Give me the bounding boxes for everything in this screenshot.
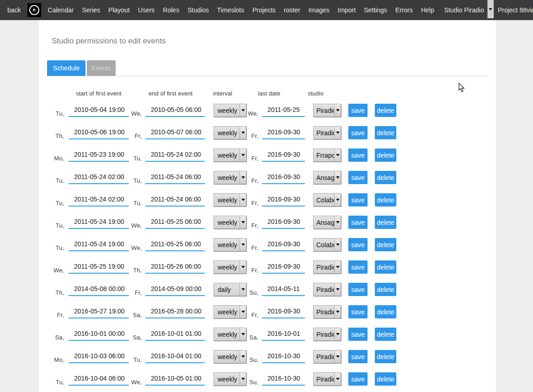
last-date-input[interactable] [262, 373, 305, 386]
chevron-down-icon[interactable] [334, 171, 341, 184]
nav-item-roster[interactable]: roster [280, 6, 304, 14]
studio-select[interactable]: Piradio [313, 305, 341, 318]
end-datetime-input[interactable] [145, 306, 205, 318]
nav-item-roles[interactable]: Roles [159, 6, 183, 14]
start-datetime-input[interactable] [69, 149, 129, 162]
interval-select[interactable]: weekly [213, 216, 246, 229]
end-datetime-input[interactable] [145, 172, 205, 184]
tab-schedule[interactable]: Schedule [47, 60, 85, 76]
chevron-down-icon[interactable] [334, 306, 341, 318]
end-datetime-input[interactable] [145, 194, 205, 207]
chevron-down-icon[interactable] [240, 171, 246, 184]
chevron-down-icon[interactable] [240, 328, 246, 340]
chevron-down-icon[interactable] [334, 216, 341, 228]
chevron-down-icon[interactable] [240, 373, 246, 385]
last-date-input[interactable] [262, 149, 305, 162]
studio-select[interactable]: Piradio [313, 372, 341, 386]
chevron-down-icon[interactable] [240, 306, 246, 318]
end-datetime-input[interactable] [145, 105, 205, 117]
save-button[interactable]: save [348, 148, 368, 162]
chevron-down-icon[interactable] [240, 350, 246, 363]
last-date-input[interactable] [262, 351, 305, 363]
interval-select[interactable]: weekly [213, 328, 246, 341]
chevron-down-icon[interactable] [240, 216, 246, 228]
last-date-input[interactable] [262, 127, 305, 139]
end-datetime-input[interactable] [145, 351, 205, 363]
project-dropdown[interactable]: Project 88vier [494, 0, 533, 20]
start-datetime-input[interactable] [69, 217, 129, 229]
interval-select[interactable]: weekly [213, 305, 246, 318]
chevron-down-icon[interactable] [487, 0, 494, 18]
chevron-down-icon[interactable] [240, 149, 246, 161]
end-datetime-input[interactable] [145, 239, 205, 251]
delete-button[interactable]: delete [375, 350, 396, 363]
studio-select[interactable]: Ansage [313, 171, 341, 184]
start-datetime-input[interactable] [69, 127, 129, 139]
last-date-input[interactable] [262, 217, 305, 229]
chevron-down-icon[interactable] [240, 104, 246, 117]
start-datetime-input[interactable] [69, 351, 129, 363]
last-date-input[interactable] [262, 105, 305, 117]
delete-button[interactable]: delete [375, 283, 396, 296]
last-date-input[interactable] [262, 328, 305, 341]
last-date-input[interactable] [262, 172, 305, 184]
delete-button[interactable]: delete [375, 216, 396, 229]
end-datetime-input[interactable] [145, 284, 205, 296]
start-datetime-input[interactable] [69, 284, 129, 296]
delete-button[interactable]: delete [375, 372, 396, 386]
interval-select[interactable]: weekly [213, 126, 246, 139]
end-datetime-input[interactable] [145, 217, 205, 229]
chevron-down-icon[interactable] [240, 283, 246, 296]
chevron-down-icon[interactable] [240, 127, 246, 139]
start-datetime-input[interactable] [69, 194, 129, 207]
chevron-down-icon[interactable] [334, 104, 341, 117]
nav-item-timeslots[interactable]: Timeslots [213, 6, 248, 14]
delete-button[interactable]: delete [375, 126, 396, 139]
interval-select[interactable]: weekly [213, 148, 246, 162]
last-date-input[interactable] [262, 194, 305, 207]
studio-select[interactable]: Piradio [313, 350, 341, 363]
interval-select[interactable]: weekly [213, 171, 246, 184]
studio-select[interactable]: Colabo [313, 238, 341, 251]
interval-select[interactable]: weekly [213, 350, 246, 363]
nav-item-users[interactable]: Users [134, 6, 159, 14]
chevron-down-icon[interactable] [334, 149, 341, 161]
start-datetime-input[interactable] [69, 105, 129, 117]
start-datetime-input[interactable] [69, 306, 129, 318]
end-datetime-input[interactable] [145, 261, 205, 274]
save-button[interactable]: save [348, 260, 368, 274]
nav-item-studios[interactable]: Studios [183, 6, 213, 14]
end-datetime-input[interactable] [145, 149, 205, 162]
start-datetime-input[interactable] [69, 239, 129, 251]
studio-select[interactable]: Ansage [313, 216, 341, 229]
save-button[interactable]: save [348, 238, 368, 251]
chevron-down-icon[interactable] [334, 283, 341, 296]
studio-dropdown[interactable]: Studio Piradio [440, 0, 494, 20]
save-button[interactable]: save [348, 328, 368, 341]
chevron-down-icon[interactable] [334, 127, 341, 139]
start-datetime-input[interactable] [69, 172, 129, 184]
interval-select[interactable]: weekly [213, 238, 246, 251]
chevron-down-icon[interactable] [334, 373, 341, 385]
end-datetime-input[interactable] [145, 127, 205, 139]
app-logo-icon[interactable]: n [27, 3, 41, 17]
last-date-input[interactable] [262, 306, 305, 318]
delete-button[interactable]: delete [375, 238, 396, 251]
save-button[interactable]: save [348, 216, 368, 229]
save-button[interactable]: save [348, 350, 368, 363]
delete-button[interactable]: delete [375, 104, 396, 117]
last-date-input[interactable] [262, 284, 305, 296]
save-button[interactable]: save [348, 104, 368, 117]
nav-item-images[interactable]: Images [304, 6, 334, 14]
delete-button[interactable]: delete [375, 171, 396, 184]
save-button[interactable]: save [348, 126, 368, 139]
chevron-down-icon[interactable] [334, 328, 341, 340]
save-button[interactable]: save [348, 305, 368, 318]
interval-select[interactable]: daily [213, 283, 246, 296]
chevron-down-icon[interactable] [334, 261, 341, 273]
delete-button[interactable]: delete [375, 305, 396, 318]
chevron-down-icon[interactable] [240, 261, 246, 273]
save-button[interactable]: save [348, 193, 368, 207]
nav-item-playout[interactable]: Playout [104, 6, 134, 14]
nav-item-series[interactable]: Series [78, 6, 104, 14]
